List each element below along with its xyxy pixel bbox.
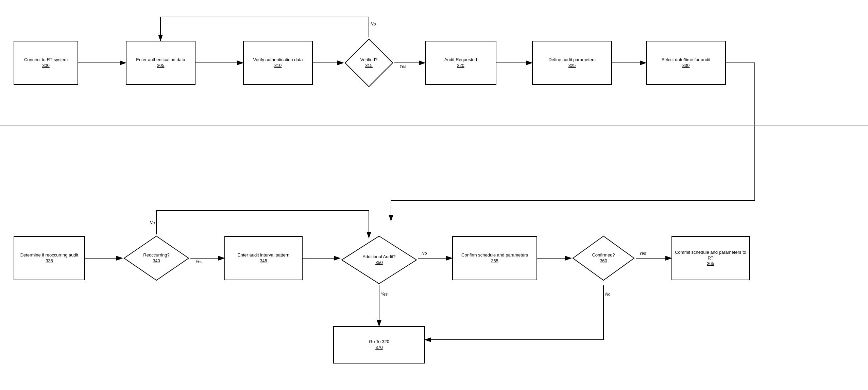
box-355: Confirm schedule and parameters 355 xyxy=(452,236,537,280)
svg-text:No: No xyxy=(150,220,155,225)
diamond-315: Verified? 315 xyxy=(343,37,394,88)
svg-text:Yes: Yes xyxy=(381,292,388,297)
box-345: Enter audit interval pattern 345 xyxy=(224,236,303,280)
svg-text:Yes: Yes xyxy=(639,251,646,256)
flowchart-container: Yes No Yes No No Yes xyxy=(0,0,868,390)
svg-text:Yes: Yes xyxy=(399,64,406,69)
svg-text:No: No xyxy=(422,251,427,256)
diamond-360: Confirmed? 360 xyxy=(571,234,636,282)
diamond-350: Additional Audit? 350 xyxy=(340,234,418,285)
box-305: Enter authentication data 305 xyxy=(126,41,195,85)
diamond-340: Reoccurring? 340 xyxy=(122,234,190,282)
box-370: Go To 320 370 xyxy=(333,326,425,364)
box-320: Audit Requested 320 xyxy=(425,41,496,85)
box-335: Determine if reoccurring audit 335 xyxy=(14,236,85,280)
box-365: Commit schedule and parameters to RT 365 xyxy=(671,236,750,280)
svg-text:No: No xyxy=(371,22,376,26)
svg-text:Yes: Yes xyxy=(195,260,202,264)
box-300: Connect to RT system 300 xyxy=(14,41,78,85)
box-325: Define audit parameters 325 xyxy=(532,41,612,85)
svg-text:No: No xyxy=(605,292,611,297)
box-310: Verify authentication data 310 xyxy=(243,41,313,85)
box-330: Select date/time for audit 330 xyxy=(646,41,726,85)
